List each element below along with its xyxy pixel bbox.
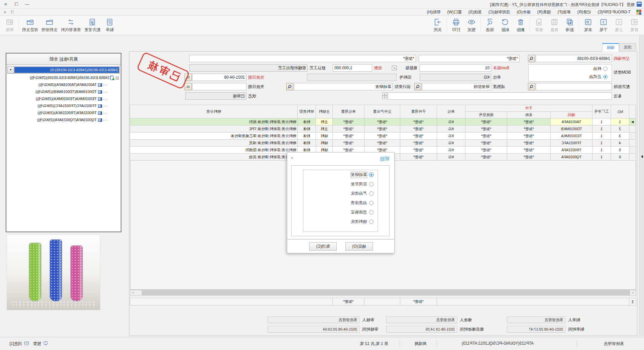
scrollbar-thumb[interactable] (142, 290, 630, 295)
bom-type-sample-option[interactable]: 样品 (529, 65, 612, 73)
effective-date-field[interactable]: 2021-04-08 (192, 74, 246, 81)
expire-date-field[interactable] (192, 83, 246, 90)
note-field[interactable] (388, 92, 612, 100)
design-type-field[interactable]: 基础研发 (294, 83, 393, 90)
approve-button[interactable]: 审批 (2, 16, 17, 34)
formula-stage-field[interactable] (536, 83, 612, 90)
refresh-button[interactable]: 刷新 (498, 16, 513, 34)
menu-item-report[interactable]: 报表(R) (534, 9, 554, 16)
tree-node[interactable]: TA0018AFA(TA0018AFA)(25KG/包) (6, 81, 121, 88)
formula-change-button[interactable]: 配方变更 (83, 16, 102, 34)
menu-item-help[interactable]: 帮助(H) (424, 9, 444, 16)
bom-version-field[interactable]: 01 (420, 64, 491, 72)
make-order-button[interactable]: 制单 (102, 16, 117, 34)
status-field[interactable]: 已审核 (185, 92, 246, 100)
option-basic-rd[interactable]: 基础研发 (303, 170, 378, 179)
menu-item-operate[interactable]: 操作(O) (514, 9, 534, 16)
tab-edit[interactable]: 编辑 (602, 43, 619, 52)
bom-type-formal-option[interactable]: 正式品 (529, 73, 612, 81)
option-application-dev[interactable]: 应用开发 (303, 179, 378, 189)
col-sub-qty[interactable]: 子件用量 (400, 105, 437, 118)
unit-field[interactable]: KG (420, 74, 491, 81)
menu-item-erp[interactable]: T-GROUP ERP(E) (595, 9, 634, 16)
col-unit-qty[interactable]: 单位用量 (332, 105, 364, 118)
parent-code-lookup-button[interactable] (528, 55, 535, 62)
cancel-button[interactable]: 取消(C) (309, 242, 337, 251)
menu-item-workflow[interactable]: 流程审核(C) (485, 9, 514, 16)
alert-icon[interactable] (43, 341, 48, 346)
parent-code-field[interactable]: 24858-ESS-00165 (536, 55, 612, 62)
col-mat-class[interactable]: 物料分类 (130, 105, 297, 118)
maximize-button[interactable]: ❐ (11, 1, 21, 8)
last-record-button[interactable]: 末笔 (580, 16, 596, 34)
col-mat-type[interactable]: 材料类型 (297, 105, 316, 118)
col-parent-out[interactable]: 父件产出量 (364, 105, 400, 118)
option-quality-check[interactable]: 品质排查 (303, 198, 378, 207)
dropdown-arrow-icon[interactable]: ▼ (8, 67, 14, 73)
tree-expand-collapse-header[interactable]: 展开/收起 全部 (6, 54, 121, 65)
alert-link[interactable]: 预警 (33, 341, 41, 347)
mdi-restore-button[interactable]: ❐ (9, 10, 16, 15)
save-button[interactable]: 存盘 (547, 16, 562, 34)
tab-browse[interactable]: 浏览 (619, 43, 636, 52)
new-button[interactable]: 新增 (562, 16, 577, 34)
col-unit[interactable]: 单位 (437, 105, 465, 118)
parent-name-field[interactable]: *加密* (419, 55, 520, 62)
close-form-button[interactable]: 关闭 (430, 16, 445, 34)
panel-splitter[interactable] (639, 35, 644, 336)
message-envelope-icon[interactable] (24, 341, 29, 346)
menu-item-system[interactable]: 系统(S) (465, 9, 485, 16)
doc-manage-button[interactable]: 文档管理 (40, 16, 59, 34)
col-seq[interactable]: 工厂序号 (593, 105, 611, 118)
expire-date-calendar-button[interactable]: 31 (185, 83, 192, 90)
col-spec[interactable]: 规格型号 (465, 112, 507, 118)
batch-field[interactable]: 1,000.000 (333, 64, 372, 72)
minimize-button[interactable]: — (22, 1, 32, 8)
maturity-field[interactable]: 研发阶段 (422, 83, 491, 90)
col-name[interactable]: 名称 (507, 112, 551, 118)
collapse-node-icon[interactable] (116, 77, 119, 80)
prev-record-button[interactable]: 上笔 (611, 16, 627, 34)
option-material-optimize[interactable]: 物料优化 (303, 217, 378, 226)
old-code-field[interactable] (307, 74, 397, 81)
formula-stage-lookup-button[interactable] (528, 83, 535, 90)
tree-node[interactable]: TD0019MKB(TD0019MKB)(25KG/包) (6, 88, 121, 95)
table-row[interactable]: ▶ 11 TA0018AFA*加密* *加密*KG *加密**加密* *加密*主… (130, 118, 636, 125)
tree-node[interactable]: TE0020MKA(TE0020MKA)(25KG/包) (6, 95, 121, 102)
scroll-left-icon[interactable]: ‹ (630, 290, 636, 295)
next-record-button[interactable]: 下笔 (596, 16, 611, 34)
dialog-close-icon[interactable]: × (291, 155, 293, 161)
ok-button[interactable]: 确定(O) (345, 242, 373, 251)
tree-node[interactable]: TQ0023AFA(TQ0023AFA)(25KG/包) (6, 116, 121, 123)
grid-horizontal-scrollbar[interactable]: ‹ › (130, 290, 636, 296)
menu-item-window[interactable]: 窗口(W) (444, 9, 465, 16)
table-row[interactable]: 31 TE0020MKA*加密* *加密*KG *加密**加密* *加密*辅料 … (130, 133, 636, 140)
inventory-doc-button[interactable]: 存货文档 (20, 16, 40, 34)
col-main-aux[interactable]: 主辅料 (316, 105, 332, 118)
tree-root-node[interactable]: 24858-ESS-00165(24858-ESS-00165)(25KG/包) (6, 74, 121, 81)
view-substitute-button[interactable]: 查看替代料 (59, 16, 83, 34)
maturity-lookup-button[interactable] (414, 83, 421, 90)
col-code[interactable]: 编码 (551, 112, 593, 118)
latest-version-checkbox[interactable]: ✓ (392, 66, 397, 70)
first-record-button[interactable]: 首笔 (627, 16, 642, 34)
preview-button[interactable]: 预览 (464, 16, 479, 34)
menu-item-record[interactable]: 记录(R) (574, 9, 595, 16)
close-window-button[interactable]: ✕ (1, 1, 11, 8)
table-row[interactable]: 41 TF0021AFC*加密* *加密*KG *加密**加密* *加密*辅料 … (130, 140, 636, 147)
filter-button[interactable]: 筛选 (482, 16, 498, 34)
col-no[interactable]: NO. (611, 105, 629, 118)
tree-node[interactable]: TF0021AFC(TF0021AFC)(25KG/包) (6, 102, 121, 109)
print-button[interactable]: 打印 (448, 16, 464, 34)
bom-version-dropdown[interactable]: 24858-ESS-00165(24858-ESS-00165):01 ▼ (7, 66, 120, 74)
scroll-right-icon[interactable]: › (130, 290, 136, 295)
menu-item-ui[interactable]: 界面(F) (554, 9, 574, 16)
note-spinner[interactable]: ▲▼ (382, 92, 387, 100)
parent-spec-field[interactable]: *加密* (189, 55, 416, 62)
option-product-optimize[interactable]: 产品优化 (303, 189, 378, 198)
delete-button[interactable]: 删除 (513, 16, 528, 34)
default-process-field[interactable]: 双螺杆挤出工艺 (189, 64, 308, 72)
mdi-close-button[interactable]: ✕ (1, 10, 9, 15)
option-idea-verify[interactable]: 思路验证 (303, 207, 378, 217)
tree-node[interactable]: TR0022AFA(TR0022AFA)(20KG/包) (6, 109, 121, 116)
